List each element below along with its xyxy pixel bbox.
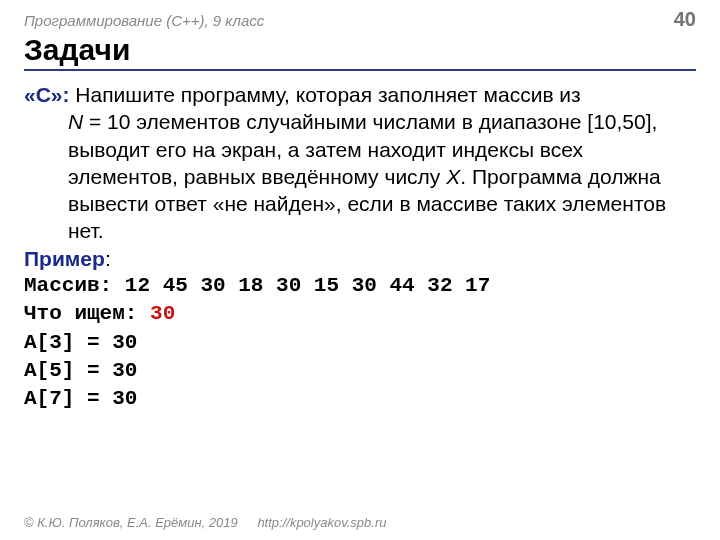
var-x: X xyxy=(446,165,460,188)
footer-url: http://kpolyakov.spb.ru xyxy=(257,515,386,530)
result-row-1: A[3] = 30 xyxy=(24,331,137,354)
result-row-3: A[7] = 30 xyxy=(24,387,137,410)
search-label: Что ищем: xyxy=(24,302,150,325)
result-row-2: A[5] = 30 xyxy=(24,359,137,382)
task-text-1: Напишите программу, которая заполняет ма… xyxy=(70,83,581,106)
var-n: N xyxy=(68,110,83,133)
slide: Программирование (C++), 9 класс 40 Задач… xyxy=(0,0,720,540)
task-text-cont: N = 10 элементов случайными числами в ди… xyxy=(24,108,696,244)
example-block: Пример: xyxy=(24,245,696,272)
page-title: Задачи xyxy=(24,33,696,71)
task-block: «C»: Напишите программу, которая заполня… xyxy=(24,81,696,245)
example-output: Массив: 12 45 30 18 30 15 30 44 32 17 Чт… xyxy=(24,272,696,414)
task-difficulty-label: «C»: xyxy=(24,83,70,106)
example-label: Пример xyxy=(24,247,105,270)
search-value: 30 xyxy=(150,302,175,325)
array-label: Массив: xyxy=(24,274,125,297)
top-bar: Программирование (C++), 9 класс 40 xyxy=(24,8,696,31)
course-label: Программирование (C++), 9 класс xyxy=(24,12,264,29)
array-values: 12 45 30 18 30 15 30 44 32 17 xyxy=(125,274,490,297)
example-colon: : xyxy=(105,247,111,270)
copyright: © К.Ю. Поляков, Е.А. Ерёмин, 2019 xyxy=(24,515,238,530)
page-number: 40 xyxy=(674,8,696,31)
footer: © К.Ю. Поляков, Е.А. Ерёмин, 2019 http:/… xyxy=(24,515,386,530)
content-body: «C»: Напишите программу, которая заполня… xyxy=(24,81,696,414)
